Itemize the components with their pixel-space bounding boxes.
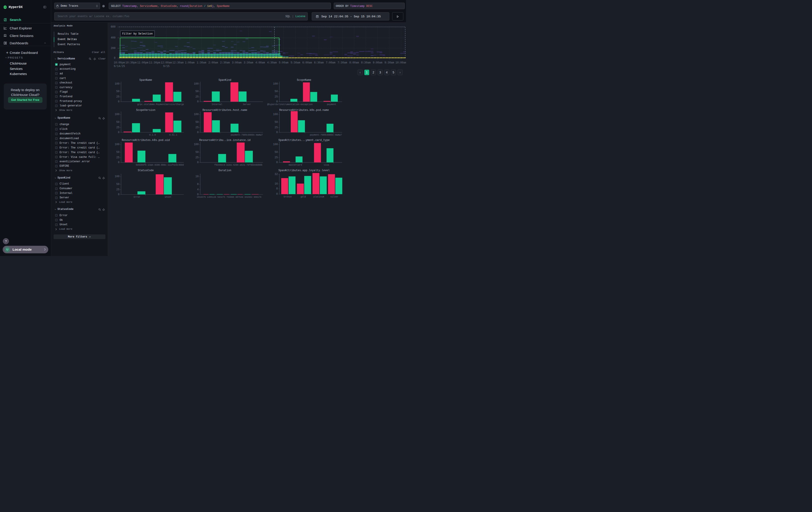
svg-text:400: 400 (111, 36, 115, 39)
svg-text:100: 100 (194, 143, 199, 146)
svg-text:9/15: 9/15 (163, 65, 169, 68)
svg-text:ScopeName: ScopeName (297, 78, 311, 81)
svg-text:SpanAttributes...yment.card_ty: SpanAttributes...yment.card_type (279, 139, 329, 142)
svg-text:0: 0 (276, 131, 278, 134)
svg-text:Internal: Internal (211, 103, 222, 106)
svg-text:25: 25 (116, 188, 119, 191)
svg-text:50: 50 (274, 90, 278, 93)
svg-text:11:30pm: 11:30pm (149, 61, 160, 64)
svg-text:11:00pm: 11:00pm (137, 61, 148, 64)
svg-text:gold: gold (300, 196, 306, 198)
svg-text:5:30am: 5:30am (290, 61, 300, 64)
svg-text:100: 100 (115, 82, 119, 85)
svg-text:50: 50 (274, 151, 278, 154)
svg-text:ResourceAttributes.k8s.pod.nam: ResourceAttributes.k8s.pod.name (279, 109, 329, 112)
svg-text:2: 2 (372, 71, 374, 74)
svg-text:100: 100 (273, 143, 278, 146)
svg-text:6:00am: 6:00am (302, 61, 312, 64)
svg-text:3:00am: 3:00am (232, 61, 241, 64)
svg-text:25: 25 (116, 156, 119, 159)
svg-text:100: 100 (194, 113, 199, 116)
svg-text:25: 25 (116, 95, 119, 99)
svg-text:8: 8 (197, 183, 199, 186)
svg-text:100: 100 (115, 113, 119, 116)
svg-text:8:30am: 8:30am (361, 61, 371, 64)
svg-text:5e02b5fb-13ae-4296-bbbc-111f42: 5e02b5fb-13ae-4296-bbbc-111f423c460d (136, 164, 184, 166)
svg-text:32: 32 (274, 173, 278, 176)
svg-text:4: 4 (197, 188, 199, 191)
svg-text:StatusCode: StatusCode (138, 169, 154, 172)
svg-text:0: 0 (276, 193, 278, 196)
svg-text:ScopeVersion: ScopeVersion (136, 109, 155, 112)
svg-text:25: 25 (196, 95, 199, 99)
svg-text:0: 0 (197, 161, 199, 164)
svg-text:bronze: bronze (284, 196, 291, 198)
svg-text:1019375 1405128 583275 759085: 1019375 1405128 583275 759085 807648 842… (197, 196, 261, 198)
svg-text:Unset: Unset (165, 196, 171, 198)
svg-text:100: 100 (115, 175, 119, 178)
svg-text:SpanName: SpanName (139, 78, 152, 81)
svg-text:8: 8 (276, 187, 278, 190)
svg-text:50: 50 (116, 151, 119, 154)
svg-text:12:30am: 12:30am (172, 61, 183, 64)
svg-text:100: 100 (273, 82, 278, 85)
svg-text:‹: ‹ (359, 71, 360, 74)
svg-text:visa: visa (323, 164, 329, 166)
svg-text:grpc.oteldemo.PaymentService/C: grpc.oteldemo.PaymentService/Charge (137, 103, 184, 106)
svg-text:platinum: platinum (313, 196, 324, 198)
svg-text:9:30am: 9:30am (384, 61, 394, 64)
svg-text:50: 50 (196, 120, 199, 124)
svg-text:200: 200 (111, 47, 115, 50)
svg-text:Error: Error (134, 196, 140, 198)
svg-text:0: 0 (114, 56, 115, 59)
svg-text:SpanAttributes.app.loyalty.lev: SpanAttributes.app.loyalty.level (279, 169, 329, 172)
svg-text:100: 100 (115, 143, 119, 146)
svg-text:25: 25 (274, 126, 278, 129)
svg-text:3: 3 (379, 71, 381, 74)
svg-text:0.1.0: 0.1.0 (149, 134, 156, 136)
svg-text:payment: payment (327, 103, 336, 106)
svg-text:payment-7985c8969c-mwmw7: payment-7985c8969c-mwmw7 (231, 134, 263, 136)
svg-text:0: 0 (118, 100, 119, 103)
svg-text:25: 25 (274, 95, 278, 99)
svg-text:10:30pm: 10:30pm (125, 61, 137, 64)
svg-text:50: 50 (116, 183, 119, 186)
svg-text:10:00am: 10:00am (395, 61, 406, 64)
svg-text:12:00am: 12:00am (161, 61, 172, 64)
svg-text:50: 50 (116, 90, 119, 93)
svg-text:0: 0 (197, 100, 199, 103)
svg-text:8:00am: 8:00am (349, 61, 359, 64)
svg-text:100: 100 (194, 82, 199, 85)
svg-text:ResourceAttributes.host.name: ResourceAttributes.host.name (202, 109, 247, 112)
svg-text:50: 50 (116, 120, 119, 124)
svg-text:7:00am: 7:00am (326, 61, 335, 64)
svg-text:50: 50 (196, 90, 199, 93)
svg-text:6:30am: 6:30am (314, 61, 323, 64)
svg-text:0.51.1: 0.51.1 (169, 134, 177, 136)
svg-text:Duration: Duration (218, 169, 231, 172)
svg-text:25: 25 (116, 126, 119, 129)
svg-text:ResourceAttribu..ice.instance.: ResourceAttribu..ice.instance.id (199, 139, 250, 142)
svg-text:0: 0 (276, 161, 278, 164)
svg-text:10:00pm: 10:00pm (114, 61, 125, 64)
svg-text:4:30am: 4:30am (267, 61, 277, 64)
svg-text:0: 0 (118, 131, 119, 134)
svg-text:payment-7985c8969c-mwmw7: payment-7985c8969c-mwmw7 (310, 134, 342, 136)
svg-text:silver: silver (330, 196, 338, 198)
svg-text:5: 5 (393, 71, 394, 74)
svg-text:mastercard: mastercard (289, 164, 302, 166)
svg-text:ResourceAttributes.k8s.pod.uid: ResourceAttributes.k8s.pod.uid (122, 139, 170, 142)
svg-text:0: 0 (276, 100, 278, 103)
svg-text:3:30am: 3:30am (243, 61, 253, 64)
svg-text:25: 25 (196, 126, 199, 129)
svg-text:9:00am: 9:00am (373, 61, 382, 64)
svg-text:50: 50 (196, 151, 199, 154)
svg-text:Filter by Selection: Filter by Selection (122, 32, 152, 35)
svg-text:25: 25 (274, 156, 278, 159)
svg-text:f5344ec9-a1ea-4290-a62a-78f5be: f5344ec9-a1ea-4290-a62a-78f5bee8d90b (214, 164, 262, 166)
svg-text:1: 1 (366, 71, 368, 74)
svg-text:100: 100 (273, 113, 278, 116)
svg-text:@hyperdx/instrumentation-excep: @hyperdx/instrumentation-exception (267, 103, 313, 106)
svg-text:1:30am: 1:30am (197, 61, 206, 64)
svg-text:4: 4 (386, 71, 387, 74)
